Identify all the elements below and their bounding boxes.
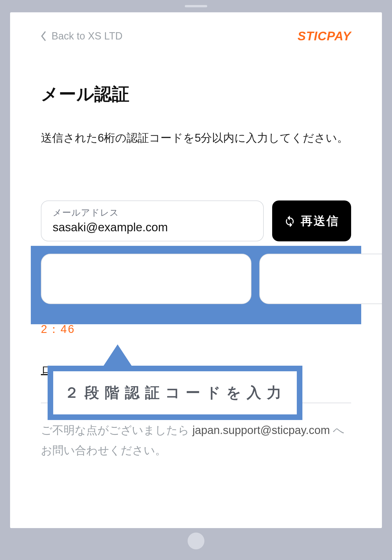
email-field-label: メールアドレス bbox=[53, 207, 252, 219]
otp-digit-1[interactable] bbox=[41, 254, 251, 304]
otp-digit-2[interactable] bbox=[259, 254, 382, 304]
speaker-slot bbox=[185, 5, 207, 7]
home-button[interactable] bbox=[188, 533, 204, 549]
help-text: ご不明な点がございましたら japan.support@sticpay.com … bbox=[41, 420, 351, 460]
email-row: メールアドレス 再送信 bbox=[41, 200, 351, 241]
email-field[interactable]: メールアドレス bbox=[41, 200, 264, 241]
help-email: japan.support@sticpay.com bbox=[192, 424, 330, 436]
otp-row bbox=[41, 246, 351, 312]
callout-arrow-icon bbox=[104, 344, 132, 366]
email-input[interactable] bbox=[53, 221, 252, 234]
help-pre: ご不明な点がございましたら bbox=[41, 424, 192, 436]
tablet-frame: Back to XS LTD STICPAY メール認証 送信された6桁の認証コ… bbox=[0, 0, 392, 560]
page-subtitle: 送信された6桁の認証コードを5分以内に入力してください。 bbox=[41, 128, 351, 147]
back-label: Back to XS LTD bbox=[52, 30, 122, 42]
callout-text: ２段階認証コードを入力 bbox=[48, 366, 302, 420]
countdown-timer: 2：46 bbox=[41, 321, 351, 337]
page-title: メール認証 bbox=[41, 82, 351, 106]
refresh-icon bbox=[284, 215, 296, 227]
annotation-callout: ２段階認証コードを入力 bbox=[48, 344, 302, 420]
header: Back to XS LTD STICPAY bbox=[41, 29, 351, 43]
resend-button[interactable]: 再送信 bbox=[272, 200, 351, 241]
resend-label: 再送信 bbox=[301, 213, 339, 229]
brand-logo: STICPAY bbox=[298, 29, 351, 43]
screen: Back to XS LTD STICPAY メール認証 送信された6桁の認証コ… bbox=[10, 12, 382, 528]
otp-section bbox=[41, 246, 351, 312]
tablet-bezel: Back to XS LTD STICPAY メール認証 送信された6桁の認証コ… bbox=[2, 1, 390, 559]
chevron-left-icon bbox=[41, 31, 46, 41]
back-button[interactable]: Back to XS LTD bbox=[41, 30, 122, 42]
